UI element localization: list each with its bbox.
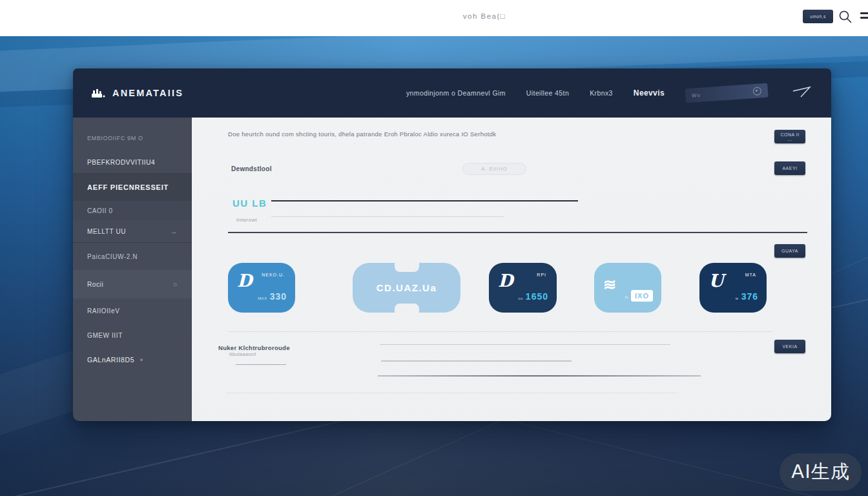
header-search-input[interactable]: Wo: [685, 83, 768, 103]
target-icon: [752, 87, 761, 96]
nav-item-4[interactable]: Neevvis: [634, 88, 665, 98]
sidebar-item-4[interactable]: CAOII 0: [73, 201, 192, 220]
app-body: EMBIOOIIFC 9M O PBEFKRODVVITIIU4 AEFF PI…: [73, 118, 831, 421]
badge-sub: MAX: [258, 296, 267, 300]
sidebar-item-8[interactable]: RAIIOIIeV: [73, 298, 192, 323]
screenshot-root: voh Bea(□ umoh,s ANEMATAIIS: [0, 0, 868, 496]
badge-card-1[interactable]: D NEKO.U. MAX 330: [228, 263, 295, 313]
top-action-button[interactable]: CONA II ...: [774, 130, 805, 143]
form-line: [381, 360, 572, 362]
album-field[interactable]: A. EIIIIIO: [462, 163, 526, 175]
title-underline: [271, 200, 578, 202]
badge-card-5[interactable]: U MTA w 376: [699, 263, 767, 313]
circle-icon: ○: [173, 280, 178, 288]
dot-icon: ●: [140, 356, 143, 363]
sidebar-item-label: RAIIOIIeV: [87, 307, 119, 315]
intro-text: Doe heurtch ound com shcting touris, dhe…: [228, 130, 693, 138]
form-underline: [236, 364, 286, 365]
waves-icon: ≋: [603, 277, 616, 293]
badge-value: IXO: [631, 290, 653, 302]
sidebar-item-label: GMEW IIIT: [87, 332, 123, 339]
bottom-form-label: Nuker Klchtrubroroude: [218, 344, 290, 351]
download-label: Dewndstlool: [231, 165, 272, 172]
badge-sub: co: [519, 296, 523, 300]
badge-value: 376: [741, 291, 758, 302]
sidebar-item-label: AEFF PIECNRESSEIT: [87, 183, 169, 191]
sidebar-item-10[interactable]: GALnARII8D5 ●: [73, 347, 192, 372]
app-header: ANEMATAIIS ynmodinjonm o Deamnevl Gim Ui…: [73, 68, 831, 118]
sidebar-item-2[interactable]: PBEFKRODVVITIIU4: [73, 151, 192, 173]
sidebar-item-7[interactable]: Rocii ○: [73, 270, 192, 298]
sidebar: EMBIOOIIFC 9M O PBEFKRODVVITIIU4 AEFF PI…: [73, 118, 192, 421]
ai-generated-watermark: AI生成: [780, 453, 862, 491]
browser-topbar: voh Bea(□ umoh,s: [0, 0, 868, 36]
section-title: UU LB: [232, 198, 267, 209]
brand-name: ANEMATAIIS: [112, 88, 183, 98]
badge-label: NEKO.U.: [262, 273, 285, 277]
sidebar-item-5[interactable]: MELLTT UU →: [73, 220, 192, 242]
arrow-right-icon: →: [170, 227, 178, 235]
album-field-value: A. EIIIIIO: [481, 166, 507, 172]
badge-value: CD.UAZ.Ua: [353, 263, 460, 313]
badge-logo: U: [708, 272, 724, 289]
divider: [228, 331, 772, 332]
sidebar-item-label: GALnARII8D5: [87, 356, 134, 364]
badge-label: MTA: [745, 273, 756, 277]
sidebar-item-6[interactable]: PaicaCIUW-2.N: [73, 243, 192, 270]
header-search-value: Wo: [692, 92, 701, 98]
brand: ANEMATAIIS: [90, 87, 183, 99]
app-window: ANEMATAIIS ynmodinjonm o Deamnevl Gim Ui…: [73, 68, 831, 421]
badge-card-4[interactable]: ≋ m IXO: [594, 263, 661, 313]
badge-sub: m: [625, 295, 629, 299]
bottom-form-subtitle: ttbutaawonf: [229, 352, 256, 356]
header-nav: ynmodinjonm o Deamnevl Gim Uiteillee 45t…: [406, 85, 812, 101]
badge-logo: D: [498, 272, 513, 289]
main-content: Doe heurtch ound com shcting touris, dhe…: [192, 118, 831, 421]
brand-logo-icon: [90, 87, 106, 99]
section-subtitle: Interowl: [236, 217, 257, 223]
badge-label: RPI: [537, 273, 546, 277]
topbar-title: voh Bea(□: [463, 12, 506, 20]
bottom-action-button[interactable]: VEKIA: [774, 340, 805, 353]
mid-action-button[interactable]: GUAYA: [774, 244, 805, 258]
nav-item-3[interactable]: Krbnx3: [590, 89, 613, 97]
sidebar-item-9[interactable]: GMEW IIIT: [73, 323, 192, 347]
save-button[interactable]: AAEYI: [774, 161, 805, 175]
sidebar-item-3[interactable]: AEFF PIECNRESSEIT: [73, 174, 192, 201]
arrow-right-icon[interactable]: [792, 85, 812, 101]
sidebar-item-label: Rocii: [87, 281, 103, 288]
badge-card-3[interactable]: D RPI co 1650: [489, 263, 557, 313]
badge-card-2[interactable]: CD.UAZ.Ua: [353, 263, 460, 313]
nav-item-2[interactable]: Uiteillee 45tn: [526, 89, 569, 97]
sidebar-item-label: MELLTT UU: [87, 228, 126, 235]
divider: [228, 232, 807, 233]
sidebar-item-label: EMBIOOIIFC 9M O: [87, 135, 143, 141]
sidebar-item-1[interactable]: EMBIOOIIFC 9M O: [73, 125, 192, 151]
badge-value: 330: [270, 291, 287, 302]
subtitle-underline: [271, 216, 504, 217]
sidebar-item-label: PBEFKRODVVITIIU4: [87, 159, 155, 166]
topbar-action-button[interactable]: umoh,s: [803, 10, 833, 23]
sidebar-item-label: CAOII 0: [87, 207, 113, 214]
badge-logo: D: [237, 272, 252, 289]
search-icon[interactable]: [838, 10, 852, 24]
form-line: [380, 344, 670, 345]
badge-sub: w: [736, 296, 739, 300]
form-line: [378, 375, 701, 377]
badge-value: 1650: [526, 291, 548, 302]
form-line: [226, 393, 678, 393]
nav-item-1[interactable]: ynmodinjonm o Deamnevl Gim: [406, 89, 506, 97]
sidebar-item-label: PaicaCIUW-2.N: [87, 253, 138, 260]
menu-icon[interactable]: [860, 12, 868, 21]
